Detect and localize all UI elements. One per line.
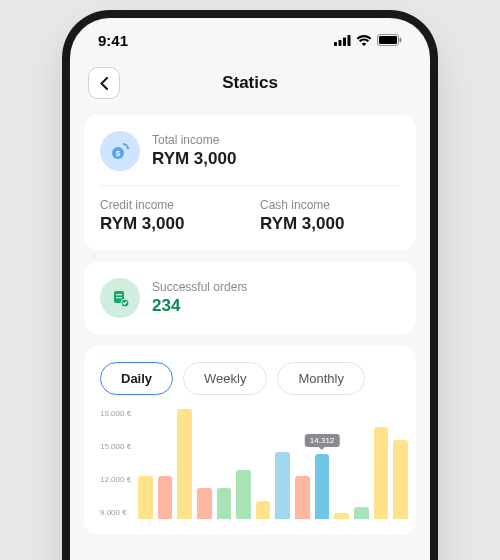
- y-tick: 12.000 €: [100, 475, 132, 484]
- svg-rect-3: [348, 35, 351, 46]
- chevron-left-icon: [100, 77, 108, 90]
- svg-rect-6: [400, 38, 402, 42]
- svg-rect-1: [339, 40, 342, 46]
- chart-bar[interactable]: [275, 452, 290, 519]
- back-button[interactable]: [88, 67, 120, 99]
- chart-bar[interactable]: [236, 470, 251, 519]
- battery-icon: [377, 32, 402, 49]
- credit-income-value: RYM 3,000: [100, 214, 240, 234]
- chart-bar[interactable]: [177, 409, 192, 519]
- chart-bar[interactable]: [374, 427, 389, 519]
- credit-income-label: Credit income: [100, 198, 240, 212]
- chart-bar[interactable]: [354, 507, 369, 519]
- svg-rect-12: [116, 297, 122, 298]
- svg-text:$: $: [116, 149, 121, 158]
- chart-bar[interactable]: [295, 476, 310, 519]
- chart-bar[interactable]: [158, 476, 173, 519]
- svg-rect-2: [343, 38, 346, 47]
- y-tick: 18.000 €: [100, 409, 132, 418]
- chart-bar[interactable]: [138, 476, 153, 519]
- dollar-refresh-icon: $: [100, 131, 140, 171]
- svg-rect-0: [334, 42, 337, 46]
- chart-bar[interactable]: [217, 488, 232, 519]
- chart-bar[interactable]: [197, 488, 212, 519]
- chart-y-axis: 18.000 €15.000 €12.000 €9.000 €: [100, 409, 132, 519]
- orders-label: Successful orders: [152, 280, 247, 294]
- income-card: $ Total income RYM 3,000 Credit income R…: [84, 115, 416, 250]
- chart-card: Daily Weekly Monthly 18.000 €15.000 €12.…: [84, 346, 416, 535]
- svg-marker-9: [126, 147, 130, 149]
- chart-bar[interactable]: [256, 501, 271, 519]
- svg-rect-5: [379, 36, 397, 44]
- total-income-label: Total income: [152, 133, 236, 147]
- tab-daily[interactable]: Daily: [100, 362, 173, 395]
- cash-income-value: RYM 3,000: [260, 214, 400, 234]
- orders-icon: [100, 278, 140, 318]
- status-time: 9:41: [98, 32, 128, 49]
- total-income-value: RYM 3,000: [152, 149, 236, 169]
- cash-income-label: Cash income: [260, 198, 400, 212]
- chart-bar[interactable]: [334, 513, 349, 519]
- page-title: Statics: [70, 73, 430, 93]
- orders-value: 234: [152, 296, 247, 316]
- tab-monthly[interactable]: Monthly: [277, 362, 365, 395]
- chart-bars: 14.312: [138, 409, 408, 519]
- chart-bar[interactable]: [393, 440, 408, 519]
- tab-weekly[interactable]: Weekly: [183, 362, 267, 395]
- svg-rect-11: [116, 294, 122, 295]
- chart-bar[interactable]: 14.312: [315, 454, 330, 519]
- y-tick: 15.000 €: [100, 442, 132, 451]
- orders-card: Successful orders 234: [84, 262, 416, 334]
- range-tabs: Daily Weekly Monthly: [100, 362, 408, 395]
- y-tick: 9.000 €: [100, 508, 132, 517]
- wifi-icon: [356, 32, 372, 49]
- status-icons: [334, 32, 402, 49]
- chart-tooltip: 14.312: [305, 434, 339, 447]
- signal-icon: [334, 32, 351, 49]
